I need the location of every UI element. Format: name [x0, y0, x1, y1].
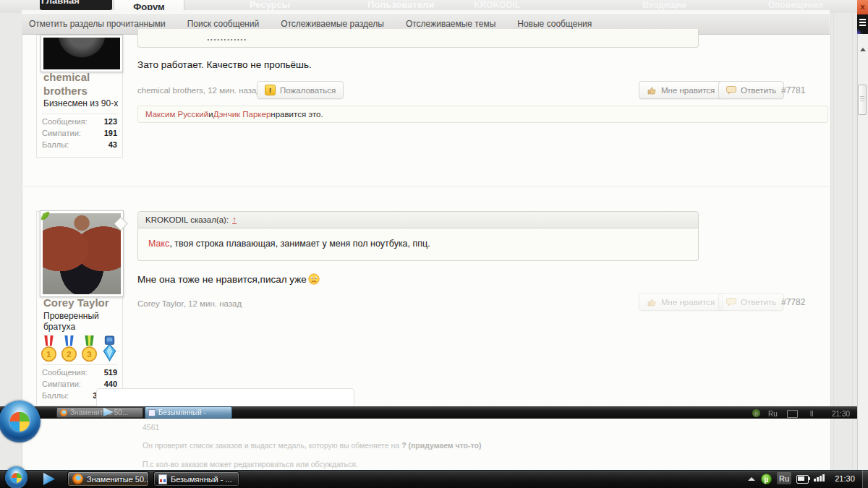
- post-separator: [22, 186, 830, 187]
- avatar-1[interactable]: [41, 35, 123, 72]
- stat-label: Симпатии:: [42, 129, 81, 137]
- ghost-start-orb-icon: [0, 401, 41, 442]
- stat-points-1: Баллы: 43: [42, 140, 117, 152]
- language-indicator[interactable]: Ru: [777, 472, 791, 484]
- medal-gold-2-icon: 2: [59, 335, 79, 362]
- faded-line-2: Он проверит список заказов и выдаст меда…: [142, 441, 481, 450]
- svg-text:3: 3: [87, 350, 91, 359]
- post-meta-1[interactable]: chemical brothers, 12 мин. назад: [137, 86, 261, 95]
- quote-dots: ............: [207, 32, 247, 43]
- post-body-2: Мне она тоже не нравится,писал уже: [137, 273, 320, 285]
- likes-bar: Максим Русский и Дэнчик Паркер нравится …: [137, 106, 828, 123]
- stat-label: Симпатии:: [42, 380, 81, 388]
- thumb-up-icon: [647, 297, 657, 307]
- battery-icon[interactable]: [796, 475, 809, 484]
- quote-header: KROKODIL сказал(а): ↑: [137, 211, 699, 228]
- firefox-icon: [72, 474, 83, 484]
- liker-link-1[interactable]: Максим Русский: [145, 110, 208, 119]
- reply-button-1[interactable]: Ответить: [718, 81, 784, 99]
- taskbar-button-paint[interactable]: Безымянный - ...: [153, 471, 239, 487]
- post-number-1[interactable]: #7781: [781, 85, 805, 95]
- quote-body: Макс, твоя строка плавающая, занимает у …: [137, 228, 699, 261]
- page-edge-line-2: [852, 0, 853, 470]
- show-desktop-button[interactable]: [862, 470, 868, 488]
- tab-home[interactable]: Главная: [40, 0, 112, 10]
- author-name-1[interactable]: chemical brothers: [43, 70, 117, 98]
- subnav-watched-forums[interactable]: Отслеживаемые разделы: [281, 19, 384, 29]
- subnav-search-posts[interactable]: Поиск сообщений: [187, 19, 259, 29]
- stat-value: 191: [104, 129, 117, 137]
- tray-hidden-icons-arrow[interactable]: [748, 477, 755, 481]
- utorrent-tray-icon[interactable]: µ: [761, 474, 772, 484]
- subnav-watched-threads[interactable]: Отслеживаемые темы: [406, 19, 495, 29]
- ghost-window-1-label: Знаменитые 50...: [70, 408, 128, 416]
- quote-box-bottom: ............: [137, 29, 699, 48]
- ghost-keyboard-icon: [787, 410, 798, 418]
- like-button-1[interactable]: Мне нравится: [639, 81, 723, 99]
- post-body-1: Зато работает. Качество не пропьёшь.: [137, 59, 312, 70]
- post-number-2[interactable]: #7782: [781, 297, 805, 307]
- faded-line-2-bold: ? (придумаем что-то): [401, 441, 481, 450]
- report-button[interactable]: ! Пожаловаться: [257, 81, 344, 99]
- stat-label: Сообщения:: [42, 368, 88, 377]
- header-alerts-link[interactable]: Оповещения: [768, 0, 823, 10]
- author-title-1: Бизнесмен из 90-х: [43, 98, 119, 109]
- like-button-2[interactable]: Мне нравится: [639, 293, 723, 311]
- scrollbar-thumb[interactable]: [858, 85, 867, 115]
- avatar-2-image: [43, 213, 121, 294]
- subnav-new-posts[interactable]: Новые сообщения: [517, 19, 592, 29]
- likes-suffix: нравится это.: [271, 110, 323, 119]
- reply-bubble-icon: [726, 86, 736, 95]
- start-button[interactable]: [5, 466, 27, 488]
- stat-value: 440: [104, 380, 117, 388]
- svg-text:1: 1: [46, 350, 51, 359]
- quote-text: , твоя строка плавающая, занимает у меня…: [169, 239, 430, 249]
- medal-gold-3-icon: 3: [80, 335, 99, 362]
- ghost-lang-indicator: Ru: [768, 410, 778, 418]
- quote-jump-arrow[interactable]: ↑: [232, 215, 237, 224]
- taskbar-window-1-label: Знаменитые 50...: [87, 475, 149, 484]
- taskbar-button-firefox[interactable]: Знаменитые 50...: [67, 471, 149, 487]
- worried-smiley-icon: [308, 273, 320, 285]
- author-title-2: Проверенный братуха: [43, 311, 119, 333]
- scrollbar-up-arrow-icon[interactable]: [860, 48, 866, 51]
- faded-line-1: 4561: [142, 423, 159, 432]
- page-edge-line: [833, 0, 834, 470]
- liker-link-2[interactable]: Дэнчик Паркер: [213, 110, 271, 119]
- svg-text:2: 2: [67, 350, 71, 359]
- avatar-1-image: [43, 38, 120, 69]
- faded-line-3: П.с кол-во заказов может редактироваться…: [142, 460, 358, 468]
- reply-label: Ответить: [741, 86, 776, 95]
- header-inbox-link[interactable]: Входящие: [642, 0, 686, 10]
- header-account-link[interactable]: KROKODIL: [474, 0, 520, 10]
- avatar-2[interactable]: [40, 210, 124, 297]
- scroll-widget-close-icon[interactable]: x: [857, 0, 868, 14]
- taskbar-window-2-label: Безымянный - ...: [171, 475, 232, 484]
- medal-diamond-icon: [100, 335, 119, 362]
- post-meta-2[interactable]: Corey Taylor, 12 мин. назад: [137, 299, 242, 308]
- stat-label: Баллы:: [42, 140, 69, 149]
- ghost-windows-flag-icon: [10, 412, 30, 432]
- stat-messages-1: Сообщения: 123: [42, 117, 117, 129]
- author-name-2[interactable]: Corey Taylor: [43, 296, 119, 309]
- ghost-taskbar-button-1: Знаменитые 50...: [56, 407, 143, 418]
- paint-icon: [158, 474, 167, 484]
- clock[interactable]: 21:30: [830, 470, 860, 488]
- tab-users[interactable]: Пользователи: [367, 0, 434, 10]
- stat-value: 519: [104, 368, 117, 377]
- reply-button-2[interactable]: Ответить: [718, 293, 784, 311]
- floating-menu-icon[interactable]: [857, 14, 868, 34]
- quote-author: KROKODIL сказал(а):: [145, 215, 229, 224]
- medal-row: 1 2 3: [39, 335, 119, 362]
- subnav-mark-read[interactable]: Отметить разделы прочитанными: [29, 19, 166, 29]
- stat-label: Сообщения:: [42, 117, 88, 126]
- embedded-screenshot-taskbar: Знаменитые 50... Безымянный - µ Ru ll 21…: [0, 406, 858, 419]
- quote-box: KROKODIL сказал(а): ↑ Макс, твоя строка …: [137, 211, 699, 261]
- quote-mention-link[interactable]: Макс: [148, 239, 169, 249]
- screen: Главная Форум Ресурсы Пользователи KROKO…: [0, 0, 868, 488]
- card-divider: [42, 114, 117, 114]
- network-signal-icon[interactable]: [814, 474, 825, 481]
- ghost-window-2-label: Безымянный -: [158, 408, 206, 416]
- tab-resources[interactable]: Ресурсы: [250, 0, 290, 10]
- scrollbar-track[interactable]: [857, 0, 868, 470]
